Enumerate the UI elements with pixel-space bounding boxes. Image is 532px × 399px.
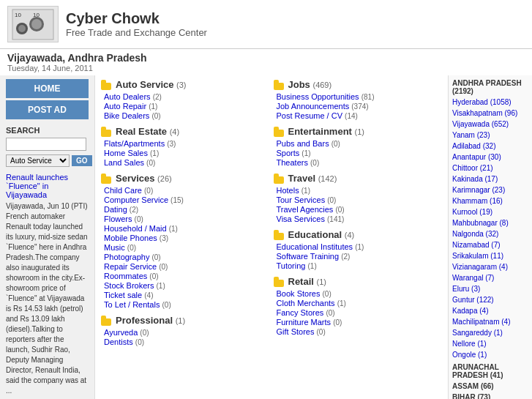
category-item-link[interactable]: To Let / Rentals xyxy=(104,300,160,309)
category-item-link[interactable]: Gift Stores xyxy=(277,327,315,336)
city-link[interactable]: Eluru (3) xyxy=(452,283,528,294)
category-title-link[interactable]: Travel (142) xyxy=(288,173,337,184)
site-name: Cyber Chowk xyxy=(66,10,207,27)
category-title: Auto Service (3) xyxy=(101,79,270,90)
category-item-link[interactable]: Educational Institutes xyxy=(277,242,353,251)
category-item-link[interactable]: Flowers xyxy=(104,215,132,223)
category-title-link[interactable]: Entertainment (1) xyxy=(288,126,364,137)
city-link[interactable]: Srikakulam (11) xyxy=(452,250,528,261)
city-link[interactable]: Adilabad (32) xyxy=(452,141,528,152)
category-item-link[interactable]: Dentists xyxy=(104,338,133,346)
category-item-link[interactable]: Roommates xyxy=(104,272,147,280)
city-link[interactable]: Ongole (1) xyxy=(452,349,528,360)
city-link[interactable]: Vijayawada (652) xyxy=(452,119,528,130)
category-item-link[interactable]: Cloth Merchants xyxy=(277,299,335,307)
category-item-link[interactable]: Ayurveda xyxy=(104,328,138,337)
city-link[interactable]: Kakinada (17) xyxy=(452,174,528,184)
category-item-link[interactable]: Business Opportunities xyxy=(277,92,359,101)
folder-icon xyxy=(274,127,285,137)
category-item-link[interactable]: Bike Dealers xyxy=(104,111,149,120)
category-item-link[interactable]: Travel Agencies xyxy=(277,205,334,214)
city-link[interactable]: Sangareddy (1) xyxy=(452,327,528,338)
city-link[interactable]: Mahbubnagar (8) xyxy=(452,217,528,228)
list-item: Dentists (0) xyxy=(104,338,270,346)
category-item-link[interactable]: Mobile Phones xyxy=(104,234,157,242)
category-items: Pubs and Bars (0)Sports (1)Theaters (0) xyxy=(274,139,443,167)
category-item-link[interactable]: Music xyxy=(104,243,125,252)
list-item: Flowers (0) xyxy=(104,215,270,223)
category-title-link[interactable]: Auto Service (3) xyxy=(116,79,187,90)
category-item-link[interactable]: Job Announcements xyxy=(277,102,350,111)
category-item-link[interactable]: Dating xyxy=(104,205,127,214)
category-item-link[interactable]: Ticket sale xyxy=(104,291,142,299)
list-item: Auto Repair (1) xyxy=(104,102,270,111)
category-title-link[interactable]: Services (26) xyxy=(116,173,172,184)
city-link[interactable]: Nizamabad (7) xyxy=(452,239,528,250)
site-tagline: Free Trade and Exchange Center xyxy=(66,27,207,38)
search-button[interactable]: GO xyxy=(72,155,92,166)
category-block: Real Estate (4)Flats/Apartments (3)Home … xyxy=(101,126,270,167)
city-link[interactable]: Kurnool (19) xyxy=(452,206,528,217)
list-item: Tutoring (1) xyxy=(277,261,443,270)
category-title-link[interactable]: Jobs (469) xyxy=(288,79,332,90)
city-link[interactable]: Karimnagar (23) xyxy=(452,184,528,195)
city-link[interactable]: Guntur (122) xyxy=(452,294,528,305)
city-link[interactable]: Yanam (23) xyxy=(452,130,528,141)
city-link[interactable]: Hyderabad (1058) xyxy=(452,97,528,108)
search-controls: Auto Service Jobs Real Estate Services P… xyxy=(0,152,94,169)
city-link[interactable]: Kadapa (4) xyxy=(452,305,528,316)
category-item-link[interactable]: Home Sales xyxy=(104,149,148,157)
city-link[interactable]: Khammam (16) xyxy=(452,195,528,206)
category-item-link[interactable]: Household / Maid xyxy=(104,224,167,233)
city-link[interactable]: Nellore (1) xyxy=(452,338,528,349)
category-item-link[interactable]: Tutoring xyxy=(277,261,306,270)
city-link[interactable]: Machilipatnam (4) xyxy=(452,316,528,327)
category-item-link[interactable]: Computer Service xyxy=(104,195,168,204)
category-item-link[interactable]: Pubs and Bars xyxy=(277,139,329,148)
city-link[interactable]: Chittoor (21) xyxy=(452,163,528,174)
list-item: Book Stores (0) xyxy=(277,289,443,298)
city-link[interactable]: Visakhapatnam (96) xyxy=(452,108,528,119)
category-item-link[interactable]: Furniture Marts xyxy=(277,318,331,327)
category-item-link[interactable]: Child Care xyxy=(104,186,142,195)
category-item-link[interactable]: Land Sales xyxy=(104,158,144,167)
category-item-link[interactable]: Fancy Stores xyxy=(277,308,324,317)
category-item-link[interactable]: Sports xyxy=(277,149,300,157)
category-item-link[interactable]: Stock Brokers xyxy=(104,281,154,290)
city-link[interactable]: Warangal (7) xyxy=(452,272,528,283)
city-link[interactable]: Nalgonda (32) xyxy=(452,228,528,239)
list-item: Photography (0) xyxy=(104,253,270,261)
category-block: Professional (1)Ayurveda (0)Dentists (0) xyxy=(101,315,270,346)
city-link[interactable]: Anantapur (30) xyxy=(452,152,528,163)
category-item-link[interactable]: Book Stores xyxy=(277,289,321,298)
category-title-link[interactable]: Real Estate (4) xyxy=(116,126,179,137)
category-item-link[interactable]: Visa Services xyxy=(277,215,325,223)
category-item-link[interactable]: Software Training xyxy=(277,252,340,261)
category-item-link[interactable]: Repair Service xyxy=(104,262,157,271)
category-item-link[interactable]: Auto Repair xyxy=(104,102,146,111)
category-item-link[interactable]: Flats/Apartments xyxy=(104,139,165,148)
category-item-link[interactable]: Tour Services xyxy=(277,195,326,204)
folder-icon xyxy=(274,80,285,90)
home-button[interactable]: HOME xyxy=(6,79,89,98)
list-item: To Let / Rentals (0) xyxy=(104,300,270,309)
search-input[interactable] xyxy=(6,138,86,151)
news-link-1[interactable]: Renault launches `Fluence" in Vijayawada xyxy=(6,173,89,199)
category-title-link[interactable]: Professional (1) xyxy=(116,315,185,326)
category-item-link[interactable]: Post Resume / CV xyxy=(277,111,342,120)
category-title: Services (26) xyxy=(101,173,270,184)
category-item-link[interactable]: Auto Dealers xyxy=(104,92,151,101)
search-category-select[interactable]: Auto Service Jobs Real Estate Services P… xyxy=(6,154,70,167)
list-item: Theaters (0) xyxy=(277,158,443,167)
post-ad-button[interactable]: POST AD xyxy=(6,100,89,119)
category-title-link[interactable]: Retail (1) xyxy=(288,276,326,287)
category-title: Retail (1) xyxy=(274,276,443,287)
state-section-title: ARUNACHAL PRADESH (41) xyxy=(452,363,528,379)
city-link[interactable]: Vizianagaram (4) xyxy=(452,261,528,272)
category-title-link[interactable]: Educational (4) xyxy=(288,229,355,240)
list-item: Music (0) xyxy=(104,243,270,252)
category-item-link[interactable]: Theaters xyxy=(277,158,308,167)
category-item-link[interactable]: Hotels xyxy=(277,186,299,195)
category-item-link[interactable]: Photography xyxy=(104,253,149,261)
category-items: Flats/Apartments (3)Home Sales (1)Land S… xyxy=(101,139,270,167)
